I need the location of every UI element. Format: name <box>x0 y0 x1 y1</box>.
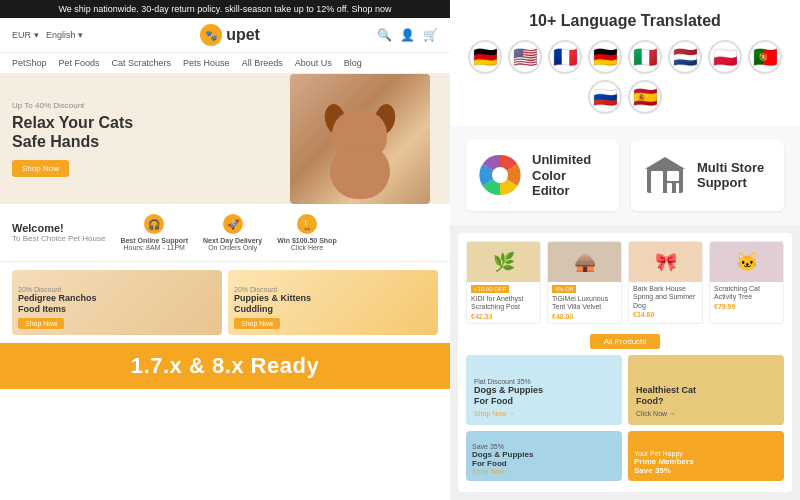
hero-section: Up To 40% Discount Relax Your Cats Safe … <box>0 74 450 204</box>
site-nav: PetShop Pet Foods Cat Scratchers Pets Ho… <box>0 53 450 74</box>
logo-center: 🐾 upet <box>200 24 260 46</box>
win-label: Win $100.50 ShopClick Here <box>277 237 336 251</box>
svg-rect-6 <box>676 183 679 193</box>
flag-german2: 🇩🇪 <box>588 40 622 74</box>
nav-blog[interactable]: Blog <box>344 58 362 68</box>
header-icons: 🔍 👤 🛒 <box>377 28 438 42</box>
product-grid-container: 🌿 +10.00 OFF KIDI for Anethyst Scratchin… <box>458 233 792 492</box>
product-card-1: 🌿 +10.00 OFF KIDI for Anethyst Scratchin… <box>466 241 541 324</box>
support-label: Best Online SupportHours: 8AM - 11PM <box>120 237 188 251</box>
announcement-bar: We ship nationwide. 30-day return policy… <box>0 0 450 18</box>
announcement-text: We ship nationwide. 30-day return policy… <box>58 4 391 14</box>
banner-card-2: 20% Discount Puppies & KittensCuddling S… <box>228 270 438 335</box>
nav-aboutus[interactable]: About Us <box>295 58 332 68</box>
search-icon[interactable]: 🔍 <box>377 28 392 42</box>
nav-petfoods[interactable]: Pet Foods <box>59 58 100 68</box>
product-title-2: TiGiMei Luxurious Tent Villa Velvet <box>552 295 617 312</box>
svg-rect-3 <box>651 171 663 193</box>
delivery-icon: 🚀 <box>223 214 243 234</box>
welcome-title: Welcome! <box>12 222 105 234</box>
product-badge-1: +10.00 OFF <box>471 285 509 293</box>
product-top-row: 🌿 +10.00 OFF KIDI for Anethyst Scratchin… <box>466 241 784 324</box>
bottom-ready-bar: 1.7.x & 8.x Ready <box>0 343 450 389</box>
product-grid-area: 🌿 +10.00 OFF KIDI for Anethyst Scratchin… <box>450 225 800 500</box>
feature-blocks: Unlimited Color Editor Multi Store Suppo… <box>450 126 800 225</box>
flag-us: 🇺🇸 <box>508 40 542 74</box>
product-card-4: 🐱 Scratching Cat Activity Tree €79.99 <box>709 241 784 324</box>
website-preview: We ship nationwide. 30-day return policy… <box>0 0 450 500</box>
welcome-section: Welcome! To Best Choice Pet House 🎧 Best… <box>0 204 450 262</box>
feature-delivery: 🚀 Next Day DeliveryOn Orders Only <box>203 214 262 251</box>
multistore-text: Multi Store Support <box>697 160 772 191</box>
nav-catscratchers[interactable]: Cat Scratchers <box>112 58 172 68</box>
sub-cards-row: Save 35% Dogs & PuppiesFor Food Shop Now… <box>466 431 784 481</box>
dogs-food-btn[interactable]: Shop Now → <box>474 410 614 417</box>
product-price-3: €14.80 <box>633 311 698 318</box>
color-wheel-icon <box>478 153 522 197</box>
right-panel: 10+ Language Translated 🇩🇪 🇺🇸 🇫🇷 🇩🇪 🇮🇹 🇳… <box>450 0 800 500</box>
logo-area: EUR ▾ English ▾ <box>12 30 83 40</box>
all-products-row: All Products <box>466 330 784 349</box>
product-card-2: 🛖 4% Off TiGiMei Luxurious Tent Villa Ve… <box>547 241 622 324</box>
welcome-subtitle: To Best Choice Pet House <box>12 234 105 243</box>
svg-rect-4 <box>667 171 679 181</box>
currency-selector: EUR ▾ English ▾ <box>12 30 83 40</box>
user-icon[interactable]: 👤 <box>400 28 415 42</box>
hero-discount-label: Up To 40% Discount <box>12 101 133 110</box>
banner-2-title: Puppies & KittensCuddling <box>234 293 311 315</box>
save-btn[interactable]: Shop Now → <box>472 468 616 475</box>
site-header: EUR ▾ English ▾ 🐾 upet 🔍 👤 🛒 <box>0 18 450 53</box>
svg-point-1 <box>492 167 508 183</box>
product-badge-2: 4% Off <box>552 285 576 293</box>
flag-polish: 🇵🇱 <box>708 40 742 74</box>
win-icon: 🏆 <box>297 214 317 234</box>
welcome-text: Welcome! To Best Choice Pet House <box>12 222 105 243</box>
nav-allbreeds[interactable]: All Breeds <box>242 58 283 68</box>
language-flags: 🇩🇪 🇺🇸 🇫🇷 🇩🇪 🇮🇹 🇳🇱 🇵🇱 🇵🇹 🇷🇺 🇪🇸 <box>466 40 784 114</box>
languages-title: 10+ Language Translated <box>466 12 784 30</box>
product-title-3: Bark Bark House Spring and Summer Dog <box>633 285 698 310</box>
banner-1-btn[interactable]: Shop Now <box>18 318 64 329</box>
flag-german: 🇩🇪 <box>468 40 502 74</box>
hero-text: Up To 40% Discount Relax Your Cats Safe … <box>12 101 133 177</box>
flag-french: 🇫🇷 <box>548 40 582 74</box>
nav-petshop[interactable]: PetShop <box>12 58 47 68</box>
cat-food-btn[interactable]: Click Now → <box>636 410 776 417</box>
banner-1-text: 20% Discount Pedigree RanchosFood Items … <box>18 286 97 329</box>
product-banners: 20% Discount Pedigree RanchosFood Items … <box>0 262 450 343</box>
welcome-features: 🎧 Best Online SupportHours: 8AM - 11PM 🚀… <box>120 214 438 251</box>
product-price-2: €48.00 <box>552 313 617 320</box>
banner-card-1: 20% Discount Pedigree RanchosFood Items … <box>12 270 222 335</box>
banner-1-discount: 20% Discount <box>18 286 97 293</box>
banner-2-btn[interactable]: Shop Now <box>234 318 280 329</box>
languages-section: 10+ Language Translated 🇩🇪 🇺🇸 🇫🇷 🇩🇪 🇮🇹 🇳… <box>450 0 800 126</box>
product-info-1: +10.00 OFF KIDI for Anethyst Scratching … <box>467 282 540 323</box>
cat-food-title: Healthiest CatFood? <box>636 385 776 407</box>
product-img-2: 🛖 <box>548 242 621 282</box>
banner-2-discount: 20% Discount <box>234 286 311 293</box>
banner-2-text: 20% Discount Puppies & KittensCuddling S… <box>234 286 311 329</box>
nav-petshouse[interactable]: Pets House <box>183 58 230 68</box>
prime-title: Prime MembersSave 35% <box>634 457 778 475</box>
product-info-2: 4% Off TiGiMei Luxurious Tent Villa Velv… <box>548 282 621 323</box>
logo-icon: 🐾 <box>200 24 222 46</box>
flag-italian: 🇮🇹 <box>628 40 662 74</box>
hero-shop-now-button[interactable]: Shop Now <box>12 160 69 177</box>
product-title-1: KIDI for Anethyst Scratching Post <box>471 295 536 312</box>
all-products-button[interactable]: All Products <box>590 334 661 349</box>
product-info-4: Scratching Cat Activity Tree €79.99 <box>710 282 783 313</box>
product-img-3: 🎀 <box>629 242 702 282</box>
multistore-title: Multi Store Support <box>697 160 772 191</box>
product-card-3: 🎀 Bark Bark House Spring and Summer Dog … <box>628 241 703 324</box>
ready-text: 1.7.x & 8.x Ready <box>131 353 319 379</box>
color-editor-title: Unlimited Color Editor <box>532 152 607 199</box>
dogs-food-title: Dogs & PuppiesFor Food <box>474 385 614 407</box>
product-price-1: €42.33 <box>471 313 536 320</box>
product-info-3: Bark Bark House Spring and Summer Dog €1… <box>629 282 702 321</box>
wide-cards-row: Flat Discount 35% Dogs & PuppiesFor Food… <box>466 355 784 425</box>
flag-dutch: 🇳🇱 <box>668 40 702 74</box>
svg-rect-5 <box>667 183 672 193</box>
feature-win: 🏆 Win $100.50 ShopClick Here <box>277 214 336 251</box>
save-title: Dogs & PuppiesFor Food <box>472 450 616 468</box>
cart-icon[interactable]: 🛒 <box>423 28 438 42</box>
